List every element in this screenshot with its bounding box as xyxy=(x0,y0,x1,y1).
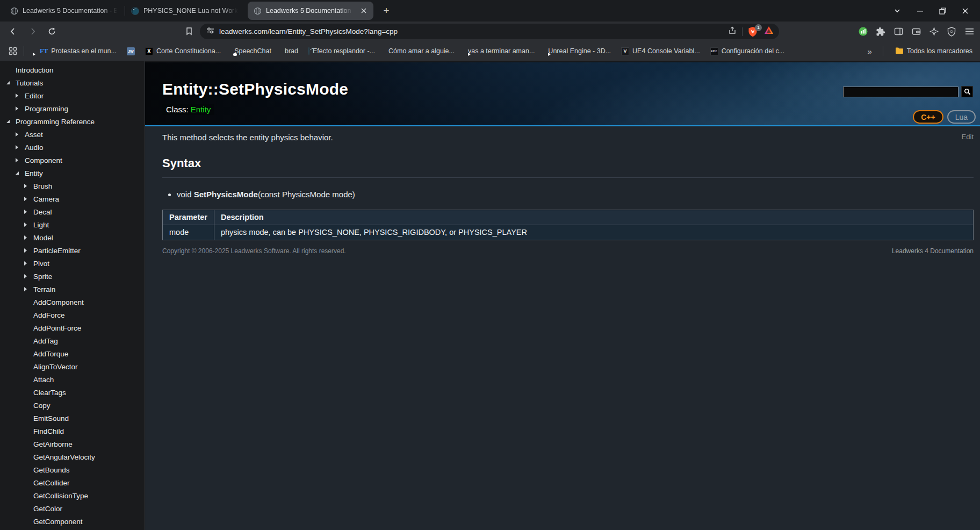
sidebar-item-aligntovector[interactable]: AlignToVector xyxy=(0,360,145,373)
restore-button[interactable] xyxy=(938,6,947,15)
site-settings-tune-icon[interactable] xyxy=(206,26,214,37)
sidebar-item-programming[interactable]: Programming xyxy=(0,102,145,115)
doc-search-button[interactable] xyxy=(961,86,973,97)
sidebar-item-getcomponent[interactable]: GetComponent xyxy=(0,515,145,528)
browser-tab[interactable]: Leadwerks 5 Documentation - E xyxy=(248,2,373,20)
tree-closed-arrow-icon[interactable] xyxy=(16,94,25,98)
sidebar-item-findchild[interactable]: FindChild xyxy=(0,425,145,438)
sidebar-item-component[interactable]: Component xyxy=(0,154,145,167)
sidebar-item-terrain[interactable]: Terrain xyxy=(0,283,145,296)
browser-tab[interactable]: Leadwerks 5 Documentation - Best xyxy=(4,0,125,22)
close-window-button[interactable] xyxy=(961,6,969,15)
bookmark-item[interactable]: SpeechChat xyxy=(231,47,271,55)
doc-search-input[interactable] xyxy=(843,87,959,97)
tree-closed-arrow-icon[interactable] xyxy=(24,274,33,278)
sidebar-item-editor[interactable]: Editor xyxy=(0,89,145,102)
extensions-puzzle-icon[interactable] xyxy=(874,25,887,38)
sidebar-item-introduction[interactable]: Introduction xyxy=(0,63,145,76)
all-bookmarks-folder[interactable]: Todos los marcadores xyxy=(895,47,972,56)
minimize-button[interactable] xyxy=(916,6,924,15)
bookmark-item[interactable]: EPICConfiguración del c... xyxy=(710,47,784,55)
sidebar-item-brush[interactable]: Brush xyxy=(0,180,145,192)
sidebar-item-addtorque[interactable]: AddTorque xyxy=(0,347,145,360)
bookmark-item[interactable]: JW xyxy=(127,47,135,55)
bookmark-item[interactable]: VUE4 Console Variabl... xyxy=(621,47,700,55)
sidebar-item-asset[interactable]: Asset xyxy=(0,128,145,141)
sidebar-item-cleartags[interactable]: ClearTags xyxy=(0,386,145,399)
browser-tab[interactable]: PHYSICS_NONE Lua not Work. - Bug xyxy=(125,0,246,22)
tree-closed-arrow-icon[interactable] xyxy=(16,145,25,149)
sidebar-item-decal[interactable]: Decal xyxy=(0,205,145,218)
stats-extension-icon[interactable] xyxy=(856,25,869,38)
brave-rewards-triangle-icon[interactable] xyxy=(764,26,774,37)
sidebar-item-getcollisiontype[interactable]: GetCollisionType xyxy=(0,489,145,502)
cpp-language-button[interactable]: C++ xyxy=(913,110,943,124)
sidebar-item-camera[interactable]: Camera xyxy=(0,192,145,205)
edit-link[interactable]: Edit xyxy=(962,133,974,141)
tree-closed-arrow-icon[interactable] xyxy=(24,261,33,266)
address-bar[interactable]: leadwerks.com/learn/Entity_SetPhysicsMod… xyxy=(200,24,779,39)
back-button[interactable] xyxy=(6,25,19,38)
tree-closed-arrow-icon[interactable] xyxy=(24,235,33,240)
tree-closed-arrow-icon[interactable] xyxy=(16,106,25,111)
class-entity-link[interactable]: Entity xyxy=(191,105,211,114)
sidebar-item-addpointforce[interactable]: AddPointForce xyxy=(0,321,145,334)
brave-shield-icon[interactable]: 1 xyxy=(748,26,759,37)
sidebar-item-entity[interactable]: Entity xyxy=(0,167,145,180)
sidebar-item-addforce[interactable]: AddForce xyxy=(0,309,145,321)
tree-closed-arrow-icon[interactable] xyxy=(24,223,33,227)
sidebar-item-attach[interactable]: Attach xyxy=(0,373,145,386)
tree-closed-arrow-icon[interactable] xyxy=(24,197,33,201)
tab-search-chevron-icon[interactable] xyxy=(893,6,902,15)
tree-closed-arrow-icon[interactable] xyxy=(24,248,33,253)
tree-closed-arrow-icon[interactable] xyxy=(16,158,25,162)
sidebar-item-addcomponent[interactable]: AddComponent xyxy=(0,296,145,309)
vpn-shield-icon[interactable] xyxy=(945,25,958,38)
sidebar-item-pivot[interactable]: Pivot xyxy=(0,257,145,270)
wallet-icon[interactable] xyxy=(910,25,923,38)
bookmark-item[interactable]: Efecto resplandor -... xyxy=(308,47,375,55)
sidebar-item-light[interactable]: Light xyxy=(0,218,145,231)
sidebar-item-audio[interactable]: Audio xyxy=(0,141,145,154)
sidebar-item-getbounds[interactable]: GetBounds xyxy=(0,463,145,476)
tab-close-button[interactable] xyxy=(359,6,368,15)
bookmark-item[interactable]: vas a terminar aman... xyxy=(465,47,535,55)
bookmark-item[interactable]: XCorte Constituciona... xyxy=(145,47,221,55)
sidebar-item-particleemitter[interactable]: ParticleEmitter xyxy=(0,244,145,257)
bookmark-item[interactable]: brad xyxy=(282,47,298,55)
sidebar-item-model[interactable]: Model xyxy=(0,231,145,244)
menu-hamburger-icon[interactable] xyxy=(963,25,976,38)
bookmark-page-icon[interactable] xyxy=(183,25,196,38)
tree-open-arrow-icon[interactable] xyxy=(6,120,16,123)
sidebar-item-emitsound[interactable]: EmitSound xyxy=(0,412,145,425)
sidebar-item-getangularvelocity[interactable]: GetAngularVelocity xyxy=(0,450,145,463)
url-text[interactable]: leadwerks.com/learn/Entity_SetPhysicsMod… xyxy=(219,27,728,35)
forward-button[interactable] xyxy=(26,25,39,38)
lua-language-button[interactable]: Lua xyxy=(947,110,976,124)
new-tab-button[interactable]: + xyxy=(379,3,394,18)
leo-ai-sparkle-icon[interactable] xyxy=(927,25,940,38)
sidebar-item-getairborne[interactable]: GetAirborne xyxy=(0,438,145,450)
reload-button[interactable] xyxy=(45,25,58,38)
tree-open-arrow-icon[interactable] xyxy=(16,171,25,175)
tree-open-arrow-icon[interactable] xyxy=(6,81,16,84)
tree-closed-arrow-icon[interactable] xyxy=(24,210,33,214)
tree-closed-arrow-icon[interactable] xyxy=(24,287,33,291)
sidebar-toggle-icon[interactable] xyxy=(892,25,905,38)
footer-docs-link[interactable]: Leadwerks 4 Documentation xyxy=(892,247,974,255)
bookmarks-overflow-button[interactable]: » xyxy=(867,47,871,56)
sidebar-item-tutorials[interactable]: Tutorials xyxy=(0,76,145,89)
sidebar-item-copy[interactable]: Copy xyxy=(0,399,145,412)
bookmark-item[interactable]: FTProtestas en el mun... xyxy=(40,47,117,55)
sidebar-item-getcollider[interactable]: GetCollider xyxy=(0,476,145,489)
share-icon[interactable] xyxy=(728,26,737,37)
sidebar-item-programming-reference[interactable]: Programming Reference xyxy=(0,115,145,128)
tree-closed-arrow-icon[interactable] xyxy=(24,184,33,188)
apps-grid-icon[interactable] xyxy=(6,45,19,58)
bookmark-item[interactable]: Cómo amar a alguie... xyxy=(385,47,455,55)
sidebar-item-getcolor[interactable]: GetColor xyxy=(0,502,145,515)
tree-closed-arrow-icon[interactable] xyxy=(16,132,25,137)
sidebar-item-addtag[interactable]: AddTag xyxy=(0,334,145,347)
bookmark-item[interactable]: Unreal Engine - 3D... xyxy=(545,47,611,55)
sidebar-item-sprite[interactable]: Sprite xyxy=(0,270,145,283)
